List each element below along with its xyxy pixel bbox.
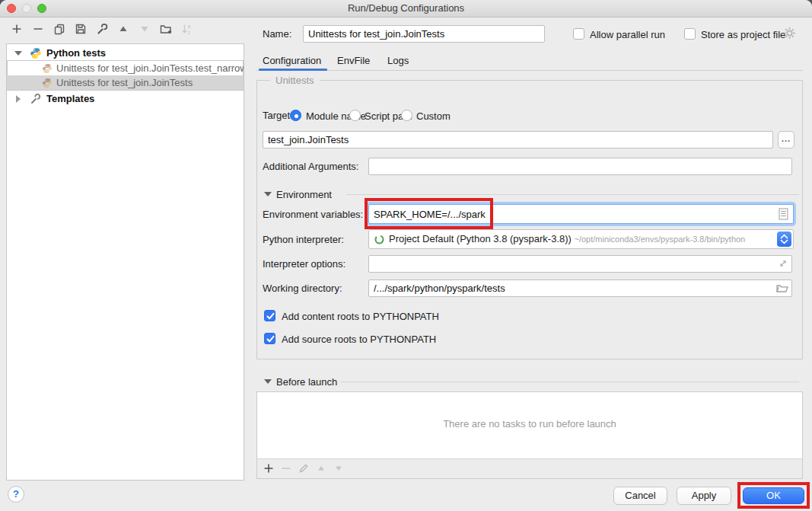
env-vars-editor-icon[interactable] [779,208,788,220]
tree-item-label: Python tests [46,47,106,59]
environment-variables-label: Environment variables: [263,209,363,221]
move-down-icon[interactable] [139,23,151,35]
ok-button[interactable]: OK [743,487,804,504]
tabs-divider [256,70,803,71]
python-test-icon [42,63,53,74]
unittests-group-title: Unittests [270,75,320,86]
environment-collapse-icon[interactable] [264,192,272,196]
working-directory-label: Working directory: [263,283,342,295]
add-source-roots-checkbox[interactable] [264,333,275,344]
working-directory-input[interactable] [368,279,792,297]
module-name-input[interactable] [263,131,773,149]
run-debug-configurations-dialog: Run/Debug Configurations az Pyth [0,0,812,511]
environment-section-line [346,194,799,195]
radio-script-path[interactable] [349,110,361,121]
edit-templates-wrench-icon[interactable] [96,23,108,35]
apply-button[interactable]: Apply [677,487,731,505]
remove-task-icon[interactable] [281,463,291,474]
active-tab-underline [259,69,327,71]
allow-parallel-run-label: Allow parallel run [590,29,665,41]
name-input[interactable] [303,25,545,43]
browse-button[interactable]: ... [778,131,794,149]
additional-arguments-input[interactable] [368,158,792,175]
tab-envfile[interactable]: EnvFile [337,55,370,66]
python-icon [30,47,42,59]
python-test-icon [42,78,53,88]
gear-icon[interactable] [783,27,796,40]
radio-custom-label: Custom [416,110,451,123]
folder-icon[interactable] [775,282,789,294]
task-down-icon[interactable] [333,463,344,474]
move-up-icon[interactable] [117,23,129,35]
tree-item-templates[interactable]: Templates [7,91,244,106]
tree-item-test-narrow[interactable]: Unittests for test_join.JoinTests.test_n… [7,61,244,75]
tree-item-label: Templates [46,93,94,104]
remove-icon[interactable] [32,23,44,35]
store-as-project-file-checkbox[interactable] [684,28,696,40]
allow-parallel-run-checkbox[interactable] [573,28,584,40]
tree-item-label: Unittests for test_join.JoinTests [56,77,193,88]
interpreter-path: ~/opt/miniconda3/envs/pyspark-3.8/bin/py… [575,235,746,244]
add-source-roots-label: Add source roots to PYTHONPATH [282,334,436,346]
templates-wrench-icon [30,93,41,104]
new-folder-icon[interactable] [160,23,172,35]
sort-alphabetically-icon[interactable]: az [181,23,193,35]
add-icon[interactable] [11,23,23,35]
help-button[interactable]: ? [8,486,24,503]
before-launch-panel: There are no tasks to run before launch [256,391,803,479]
python-interpreter-label: Python interpreter: [263,234,344,246]
target-label: Target: [263,110,293,122]
cancel-button[interactable]: Cancel [613,487,667,505]
edit-task-pencil-icon[interactable] [298,463,309,474]
expanded-twisty-icon[interactable] [14,51,22,56]
interpreter-env-icon [374,234,385,245]
before-launch-task-list[interactable]: There are no tasks to run before launch [257,392,802,459]
before-launch-toolbar [263,463,344,474]
name-label: Name: [263,28,291,40]
window-title: Run/Debug Configurations [0,0,812,17]
interpreter-dropdown-stepper-icon[interactable] [777,232,791,247]
radio-custom[interactable] [401,110,412,121]
tree-item-python-tests[interactable]: Python tests [7,46,244,60]
save-icon[interactable] [75,23,87,35]
before-launch-section-line [341,382,799,382]
before-launch-collapse-icon[interactable] [264,379,272,384]
configurations-tree: Python tests Unittests for test_join.Joi… [6,43,244,481]
add-content-roots-checkbox[interactable] [264,310,275,321]
python-interpreter-combo[interactable]: Project Default (Python 3.8 (pyspark-3.8… [368,229,794,249]
task-up-icon[interactable] [316,463,326,474]
copy-icon[interactable] [53,23,65,35]
interpreter-options-label: Interpreter options: [263,258,345,270]
tree-item-label: Unittests for test_join.JoinTests.test_n… [56,62,244,74]
before-launch-empty-text: There are no tasks to run before launch [257,418,802,430]
before-launch-section-title[interactable]: Before launch [276,376,337,388]
tree-item-jointests-selected[interactable]: Unittests for test_join.JoinTests [7,75,244,90]
interpreter-name: Project Default (Python 3.8 (pyspark-3.8… [389,233,572,244]
interpreter-options-input[interactable] [368,255,792,273]
environment-section-title[interactable]: Environment [276,189,332,201]
collapsed-twisty-icon[interactable] [16,95,21,103]
additional-arguments-label: Additional Arguments: [263,161,358,173]
svg-text:z: z [188,30,191,35]
expand-field-icon[interactable] [777,257,789,270]
environment-variables-input[interactable] [368,204,794,224]
tab-logs[interactable]: Logs [387,55,409,66]
configurations-toolbar: az [11,23,193,35]
tab-configuration[interactable]: Configuration [263,55,321,66]
add-content-roots-label: Add content roots to PYTHONPATH [282,311,439,323]
store-as-project-file-label: Store as project file [701,29,785,41]
svg-text:a: a [188,24,191,29]
add-task-icon[interactable] [263,463,274,474]
title-bar: Run/Debug Configurations [0,0,812,18]
radio-module-name[interactable] [290,110,301,121]
